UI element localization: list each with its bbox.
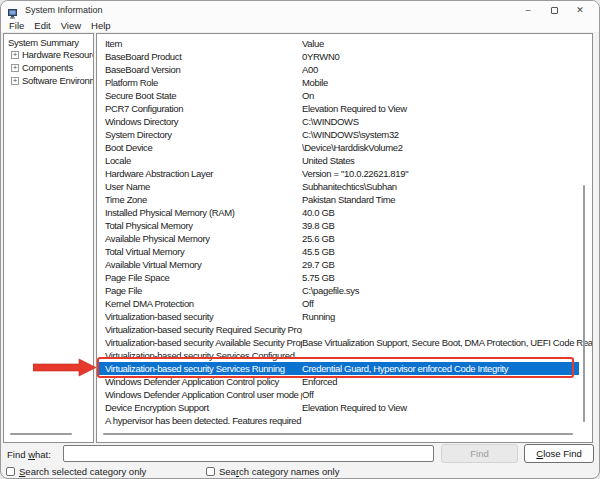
table-header-row: Item Value (97, 37, 592, 50)
table-row[interactable]: Virtualization-based security Available … (97, 336, 592, 349)
table-row[interactable]: PCR7 ConfigurationElevation Required to … (97, 102, 592, 115)
tree-item-software-environment[interactable]: +Software Environment (4, 74, 93, 87)
table-horizontal-scrollbar[interactable] (103, 433, 573, 435)
category-tree-panel: System Summary +Hardware Resources+Compo… (3, 33, 94, 443)
search-category-names-checkbox[interactable] (206, 467, 215, 476)
value-cell: Subhanitechtics\Subhan (302, 181, 592, 192)
maximize-button[interactable] (541, 1, 567, 19)
item-cell: Page File (97, 285, 302, 296)
table-row[interactable]: System DirectoryC:\WINDOWS\system32 (97, 128, 592, 141)
search-selected-category-label: Search selected category only (19, 466, 146, 477)
item-cell: Virtualization-based security Services C… (97, 350, 302, 361)
menu-file[interactable]: File (9, 20, 24, 31)
table-row[interactable]: Secure Boot StateOn (97, 89, 592, 102)
item-cell: Total Virtual Memory (97, 246, 302, 257)
expand-icon[interactable]: + (11, 77, 19, 85)
minimize-button[interactable]: – (515, 1, 541, 19)
table-row[interactable]: Page File Space5.75 GB (97, 271, 592, 284)
item-cell: A hypervisor has been detected. Features… (97, 415, 302, 426)
column-header-value[interactable]: Value (302, 38, 592, 49)
close-button[interactable]: ✕ (567, 1, 593, 19)
value-cell: 5.75 GB (302, 272, 592, 283)
table-row[interactable]: Device Encryption SupportElevation Requi… (97, 401, 592, 414)
value-cell: \Device\HarddiskVolume2 (302, 142, 592, 153)
table-row-selected[interactable]: Virtualization-based security Services R… (97, 362, 579, 375)
value-cell: Running (302, 311, 592, 322)
search-category-names-label: Search category names only (219, 466, 339, 477)
table-row[interactable]: Available Virtual Memory29.7 GB (97, 258, 592, 271)
table-row[interactable]: BaseBoard Product0YRWN0 (97, 50, 592, 63)
table-row[interactable]: Windows Defender Application Control use… (97, 388, 592, 401)
table-row[interactable]: Page FileC:\pagefile.sys (97, 284, 592, 297)
item-cell: Total Physical Memory (97, 220, 302, 231)
value-cell: 25.6 GB (302, 233, 592, 244)
maximize-icon (551, 7, 558, 14)
table-row[interactable]: Installed Physical Memory (RAM)40.0 GB (97, 206, 592, 219)
item-cell: System Directory (97, 129, 302, 140)
tree-item-hardware-resources[interactable]: +Hardware Resources (4, 48, 93, 61)
table-row[interactable]: Kernel DMA ProtectionOff (97, 297, 592, 310)
table-row[interactable]: Available Physical Memory25.6 GB (97, 232, 592, 245)
search-selected-category-checkbox[interactable] (6, 467, 15, 476)
find-input[interactable] (63, 445, 434, 462)
table-row[interactable]: Windows Defender Application Control pol… (97, 375, 592, 388)
value-cell: C:\pagefile.sys (302, 285, 592, 296)
tree-children: +Hardware Resources+Components+Software … (4, 48, 93, 87)
table-row[interactable]: Time ZonePakistan Standard Time (97, 193, 592, 206)
item-cell: Virtualization-based security Services R… (97, 363, 302, 374)
item-cell: Locale (97, 155, 302, 166)
search-selected-category-checkbox-row: Search selected category only (6, 465, 146, 478)
table-row[interactable]: Total Physical Memory39.8 GB (97, 219, 592, 232)
menu-view[interactable]: View (61, 20, 81, 31)
item-cell: Windows Defender Application Control pol… (97, 376, 302, 387)
table-vertical-scrollbar[interactable] (583, 185, 585, 422)
tree-item-label: Hardware Resources (22, 49, 94, 60)
item-cell: BaseBoard Product (97, 51, 302, 62)
value-cell: A00 (302, 64, 592, 75)
table-row[interactable]: A hypervisor has been detected. Features… (97, 414, 592, 427)
tree-item-components[interactable]: +Components (4, 61, 93, 74)
expand-icon[interactable]: + (11, 51, 19, 59)
item-cell: Kernel DMA Protection (97, 298, 302, 309)
table-row[interactable]: User NameSubhanitechtics\Subhan (97, 180, 592, 193)
system-information-window: System Information – ✕ FileEditViewHelp … (0, 0, 600, 479)
table-row[interactable]: BaseBoard VersionA00 (97, 63, 592, 76)
value-cell: Mobile (302, 77, 592, 88)
value-cell: Version = "10.0.22621.819" (302, 168, 592, 179)
title-bar: System Information – ✕ (1, 1, 599, 19)
table-row[interactable]: Total Virtual Memory45.5 GB (97, 245, 592, 258)
value-cell: C:\WINDOWS\system32 (302, 129, 592, 140)
item-cell: Secure Boot State (97, 90, 302, 101)
tree-item-system-summary[interactable]: System Summary (4, 34, 93, 48)
table-row[interactable]: Boot Device\Device\HarddiskVolume2 (97, 141, 592, 154)
item-cell: Time Zone (97, 194, 302, 205)
value-cell: Pakistan Standard Time (302, 194, 592, 205)
item-cell: Virtualization-based security (97, 311, 302, 322)
value-cell: United States (302, 155, 592, 166)
item-cell: Available Virtual Memory (97, 259, 302, 270)
menu-help[interactable]: Help (91, 20, 111, 31)
table-row[interactable]: Hardware Abstraction LayerVersion = "10.… (97, 167, 592, 180)
table-row[interactable]: Platform RoleMobile (97, 76, 592, 89)
table-row[interactable]: Virtualization-based security Required S… (97, 323, 592, 336)
item-cell: Installed Physical Memory (RAM) (97, 207, 302, 218)
column-header-item[interactable]: Item (97, 38, 302, 49)
system-information-icon (8, 5, 19, 15)
item-cell: Device Encryption Support (97, 402, 302, 413)
value-cell: 0YRWN0 (302, 51, 592, 62)
item-cell: BaseBoard Version (97, 64, 302, 75)
annotation-arrow-icon (33, 358, 96, 381)
value-cell: On (302, 90, 592, 101)
table-row[interactable]: Windows DirectoryC:\WINDOWS (97, 115, 592, 128)
table-row[interactable]: Virtualization-based security Services C… (97, 349, 592, 362)
table-row[interactable]: Virtualization-based securityRunning (97, 310, 592, 323)
tree-horizontal-scrollbar[interactable] (10, 433, 72, 435)
item-cell: Available Physical Memory (97, 233, 302, 244)
close-find-button[interactable]: Close Find (524, 444, 594, 463)
expand-icon[interactable]: + (11, 64, 19, 72)
item-cell: Windows Directory (97, 116, 302, 127)
table-row[interactable]: LocaleUnited States (97, 154, 592, 167)
menu-edit[interactable]: Edit (34, 20, 50, 31)
find-button[interactable]: Find (441, 444, 518, 463)
tree-item-label: Software Environment (22, 75, 94, 86)
